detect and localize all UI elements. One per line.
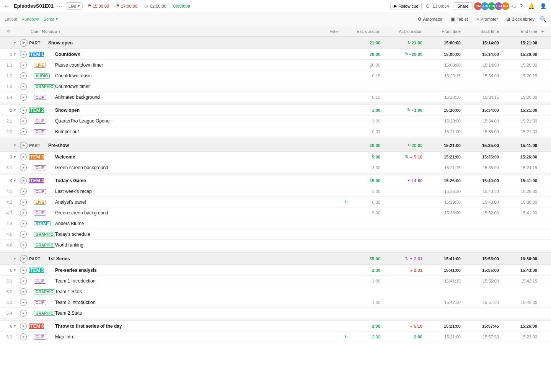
column-header: ❄ Cue Rundown Filter Est. duration Act. … xyxy=(0,26,551,37)
play-button[interactable]: ▶ xyxy=(20,333,27,340)
tablet-button[interactable]: ▣ Tablet xyxy=(448,15,471,23)
row-num: 5 xyxy=(3,268,14,273)
play-button[interactable]: ▶ xyxy=(20,242,27,248)
layout-script-link[interactable]: Script xyxy=(44,17,54,21)
play-button[interactable]: ▶ xyxy=(20,220,27,227)
row-caret[interactable]: ▾ xyxy=(14,108,20,112)
play-button[interactable]: ▶ xyxy=(20,299,27,306)
live-chevron: ▾ xyxy=(78,3,80,8)
play-button[interactable]: ▶ xyxy=(20,39,28,47)
play-button[interactable]: ▶ xyxy=(20,188,27,195)
secondbar-right: ⚙ Automator ▣ Tablet ≡ Prompter ⊞ Block … xyxy=(414,15,546,23)
act-value: 14:50 xyxy=(412,178,422,183)
play-button[interactable]: ▶ xyxy=(20,154,27,160)
automator-button[interactable]: ⚙ Automator xyxy=(414,15,446,23)
row-act: ▼ 14:50 xyxy=(380,178,422,183)
row-badge-wrap: ITEM 3 xyxy=(29,154,55,160)
row-act: ↻ ▪ 20:00 xyxy=(380,52,422,57)
row-est: 3:00 xyxy=(350,165,380,170)
row-back: 15:34:00 xyxy=(461,119,499,123)
row-est: 2:00 xyxy=(350,324,380,328)
play-button[interactable]: ▶ xyxy=(20,278,27,284)
play-button[interactable]: ▶ xyxy=(20,323,27,330)
play-button[interactable]: ▶ xyxy=(20,231,27,238)
play-button[interactable]: ▶ xyxy=(20,199,27,206)
play-button[interactable]: ▶ xyxy=(20,128,27,135)
play-button[interactable]: ▶ xyxy=(20,288,27,295)
act-value: 2:31 xyxy=(414,268,422,273)
play-button[interactable]: ▶ xyxy=(20,142,28,149)
layout-chevron[interactable]: ▾ xyxy=(56,17,58,21)
row-num: 2.2 xyxy=(3,129,14,134)
part-caret[interactable]: ▾ xyxy=(14,143,20,147)
row-name: Welcome xyxy=(55,154,342,160)
live-status[interactable]: Live ▾ xyxy=(66,2,83,10)
row-badge: LIVE xyxy=(34,63,46,68)
row-name: Team 2 Stats xyxy=(55,310,342,316)
play-button[interactable]: ▶ xyxy=(20,267,27,274)
row-caret[interactable]: ▾ xyxy=(14,178,20,183)
row-end: 15:41:00 xyxy=(499,211,537,215)
row-play-wrap: ▶ xyxy=(20,51,29,58)
col-snowflake[interactable]: ❄ xyxy=(3,29,14,34)
play-button[interactable]: ▶ xyxy=(20,51,27,58)
play-button[interactable]: ▶ xyxy=(20,107,27,114)
prompter-button[interactable]: ≡ Prompter xyxy=(473,15,501,23)
row-caret[interactable]: ▾ xyxy=(14,324,20,328)
row-badge: CLIP xyxy=(34,129,46,134)
row-name: World ranking xyxy=(55,242,342,248)
play-button[interactable]: ▶ xyxy=(20,255,28,263)
play-button[interactable]: ▶ xyxy=(20,310,27,317)
row-play-wrap: ▶ xyxy=(20,94,29,101)
row-back: 15:52:00 xyxy=(461,211,499,215)
part-play-wrap: ▶ xyxy=(20,39,29,47)
row-badge: ITEM 5 xyxy=(29,268,44,273)
row-play-wrap: ▶ xyxy=(20,267,29,274)
row-num: 4.3 xyxy=(3,211,14,215)
play-button[interactable]: ▶ xyxy=(20,94,27,101)
layout-separator: , xyxy=(41,17,42,21)
row-caret[interactable]: ▾ xyxy=(14,52,20,56)
share-button[interactable]: Share xyxy=(453,2,473,10)
part-caret[interactable]: ▾ xyxy=(14,41,20,45)
play-button[interactable]: ▶ xyxy=(20,72,27,79)
row-front: 15:21:15 xyxy=(422,165,461,170)
play-button[interactable]: ▶ xyxy=(20,209,27,216)
help-button[interactable]: ? xyxy=(518,2,524,10)
row-end: 15:21:00 xyxy=(499,119,537,123)
part-front: 15:00:00 xyxy=(422,41,461,45)
filter-button[interactable]: Filter xyxy=(330,29,339,34)
row-caret[interactable]: ▾ xyxy=(14,268,20,272)
search-button[interactable]: 🔍 xyxy=(540,16,546,22)
row-badge-wrap: ITEM 1 xyxy=(29,52,55,57)
play-button[interactable]: ▶ xyxy=(20,177,27,184)
row-badge-wrap: GRAPHIC xyxy=(29,84,55,89)
play-button[interactable]: ▶ xyxy=(20,118,27,124)
row-end: 15:42:15 xyxy=(499,279,537,283)
play-button[interactable]: ▶ xyxy=(20,83,27,90)
play-button[interactable]: ▶ xyxy=(20,62,27,69)
part-est: 55:00 xyxy=(342,256,380,261)
follow-cue-button[interactable]: ▶ Follow cue xyxy=(390,2,422,10)
row-name: Today's schedule xyxy=(55,232,342,237)
part-caret[interactable]: ▾ xyxy=(14,256,20,261)
row-caret[interactable]: ▾ xyxy=(14,155,20,159)
row-play-wrap: ▶ xyxy=(20,83,29,90)
row-play-wrap: ▶ xyxy=(20,333,29,340)
menu-button[interactable]: ⋯ xyxy=(57,2,63,10)
layout-rundown-link[interactable]: Rundown xyxy=(21,17,39,21)
part-act-val: 21:00 xyxy=(412,41,422,45)
back-button[interactable]: ← xyxy=(3,2,11,10)
item-sub-row: 4.4 ▶ STRAP Anders Blume xyxy=(0,218,551,229)
avatar-5: GH xyxy=(501,2,510,10)
row-act: ↻ ▲ 5:10 xyxy=(380,154,422,159)
act-value: 5:10 xyxy=(414,155,422,159)
item-sub-row: 1.1 ▶ LIVE Pause countdown timer 20:00 1… xyxy=(0,60,551,70)
row-num: 3 xyxy=(3,155,14,159)
play-button[interactable]: ▶ xyxy=(20,164,27,171)
notification-button[interactable]: 🔔 xyxy=(527,2,536,10)
add-column-button[interactable]: + xyxy=(537,28,548,34)
user-button[interactable]: 👤 xyxy=(538,2,548,10)
row-play-wrap: ▶ xyxy=(20,299,29,306)
block-library-button[interactable]: ⊞ Block library xyxy=(503,15,538,23)
